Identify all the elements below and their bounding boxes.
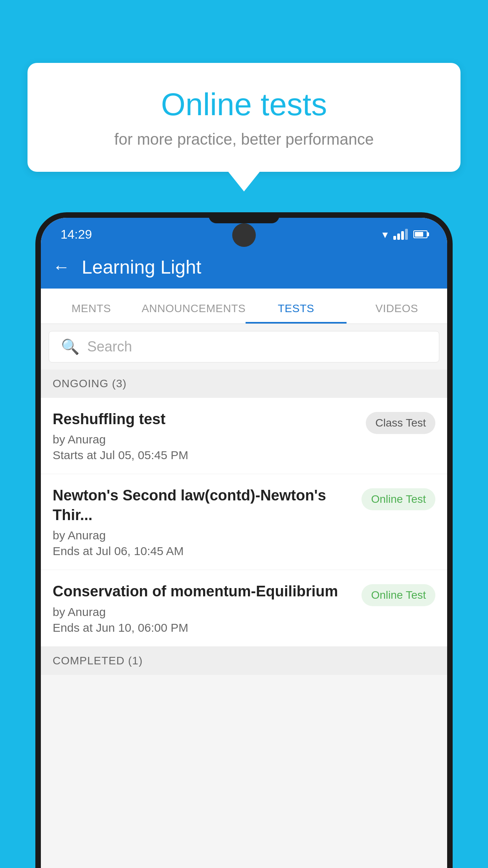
speech-bubble-title: Online tests [59,86,429,123]
tabs-container: MENTS ANNOUNCEMENTS TESTS VIDEOS [41,289,447,324]
test-item-date: Starts at Jul 05, 05:45 PM [53,449,358,462]
test-item-info: Conservation of momentum-Equilibrium by … [53,582,354,634]
test-badge-online-2: Online Test [361,584,435,606]
speech-bubble: Online tests for more practice, better p… [28,63,460,172]
test-item[interactable]: Conservation of momentum-Equilibrium by … [41,570,447,646]
test-item[interactable]: Reshuffling test by Anurag Starts at Jul… [41,398,447,474]
test-list: Reshuffling test by Anurag Starts at Jul… [41,398,447,647]
phone-screen: 14:29 ▾ ← Learning Light [41,218,447,868]
test-item-title: Newton's Second law(contd)-Newton's Thir… [53,486,354,525]
test-item-date: Ends at Jul 06, 10:45 AM [53,544,354,558]
tab-ments[interactable]: MENTS [41,289,141,324]
app-bar-title: Learning Light [82,256,201,278]
app-bar: ← Learning Light [41,245,447,289]
test-item-author: by Anurag [53,529,354,542]
test-item-title: Reshuffling test [53,410,358,429]
speech-bubble-arrow [228,172,260,191]
wifi-icon: ▾ [382,228,388,241]
battery-icon [413,230,427,238]
test-item[interactable]: Newton's Second law(contd)-Newton's Thir… [41,474,447,570]
ongoing-section-header: ONGOING (3) [41,370,447,398]
test-item-title: Conservation of momentum-Equilibrium [53,582,354,601]
completed-section-header: COMPLETED (1) [41,647,447,675]
test-item-author: by Anurag [53,605,354,619]
signal-icon [393,229,408,240]
phone-frame: 14:29 ▾ ← Learning Light [35,212,453,868]
test-item-author: by Anurag [53,433,358,446]
tab-announcements[interactable]: ANNOUNCEMENTS [141,289,246,324]
status-icons: ▾ [382,228,427,241]
test-badge-online: Online Test [361,488,435,510]
search-container: 🔍 Search [41,324,447,370]
phone-notch-camera [232,223,256,247]
test-badge-class: Class Test [366,412,435,434]
test-item-info: Reshuffling test by Anurag Starts at Jul… [53,410,358,462]
status-time: 14:29 [61,227,92,242]
tab-tests[interactable]: TESTS [246,289,346,324]
speech-bubble-container: Online tests for more practice, better p… [28,63,460,191]
speech-bubble-subtitle: for more practice, better performance [59,131,429,148]
test-item-info: Newton's Second law(contd)-Newton's Thir… [53,486,354,558]
search-bar[interactable]: 🔍 Search [49,331,439,362]
back-button[interactable]: ← [53,257,70,277]
tab-videos[interactable]: VIDEOS [347,289,447,324]
search-icon: 🔍 [61,338,79,355]
search-placeholder: Search [87,338,132,355]
test-item-date: Ends at Jun 10, 06:00 PM [53,621,354,634]
